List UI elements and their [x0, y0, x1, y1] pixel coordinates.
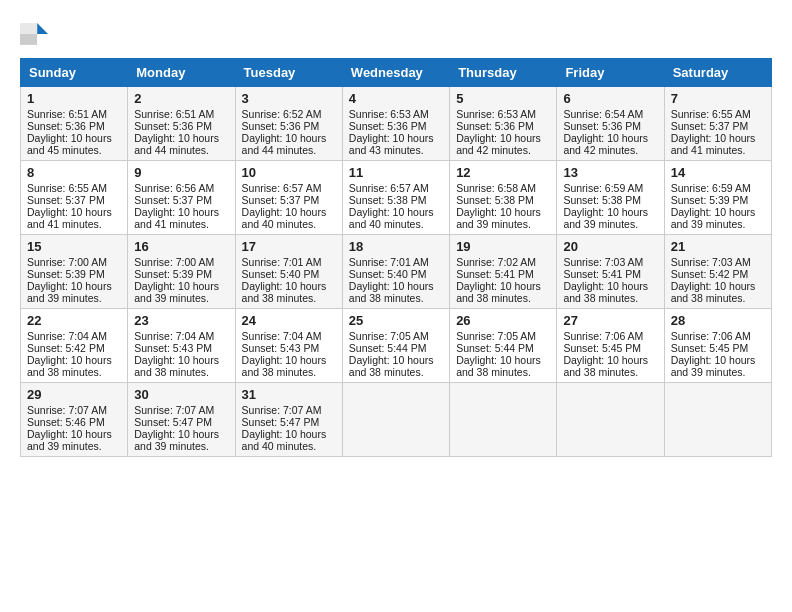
calendar-cell [664, 383, 771, 457]
day-number: 18 [349, 239, 443, 254]
day-number: 29 [27, 387, 121, 402]
day-number: 8 [27, 165, 121, 180]
day-number: 19 [456, 239, 550, 254]
calendar-cell [557, 383, 664, 457]
sunrise: Sunrise: 7:07 AM [134, 404, 228, 416]
calendar-cell: 8Sunrise: 6:55 AMSunset: 5:37 PMDaylight… [21, 161, 128, 235]
sunrise: Sunrise: 6:51 AM [27, 108, 121, 120]
daylight: Daylight: 10 hours and 40 minutes. [349, 206, 443, 230]
sunset: Sunset: 5:45 PM [563, 342, 657, 354]
sunset: Sunset: 5:37 PM [671, 120, 765, 132]
daylight: Daylight: 10 hours and 43 minutes. [349, 132, 443, 156]
day-number: 21 [671, 239, 765, 254]
sunrise: Sunrise: 7:04 AM [242, 330, 336, 342]
daylight: Daylight: 10 hours and 45 minutes. [27, 132, 121, 156]
logo [20, 20, 52, 48]
header-saturday: Saturday [664, 59, 771, 87]
svg-rect-2 [20, 23, 37, 34]
calendar-cell: 16Sunrise: 7:00 AMSunset: 5:39 PMDayligh… [128, 235, 235, 309]
day-number: 22 [27, 313, 121, 328]
calendar-cell: 1Sunrise: 6:51 AMSunset: 5:36 PMDaylight… [21, 87, 128, 161]
sunrise: Sunrise: 7:03 AM [563, 256, 657, 268]
daylight: Daylight: 10 hours and 38 minutes. [456, 280, 550, 304]
daylight: Daylight: 10 hours and 40 minutes. [242, 206, 336, 230]
header-wednesday: Wednesday [342, 59, 449, 87]
sunrise: Sunrise: 6:51 AM [134, 108, 228, 120]
daylight: Daylight: 10 hours and 38 minutes. [134, 354, 228, 378]
daylight: Daylight: 10 hours and 38 minutes. [242, 354, 336, 378]
sunset: Sunset: 5:38 PM [563, 194, 657, 206]
daylight: Daylight: 10 hours and 38 minutes. [27, 354, 121, 378]
sunset: Sunset: 5:38 PM [349, 194, 443, 206]
svg-marker-1 [37, 23, 48, 34]
day-number: 9 [134, 165, 228, 180]
day-number: 20 [563, 239, 657, 254]
week-row-2: 8Sunrise: 6:55 AMSunset: 5:37 PMDaylight… [21, 161, 772, 235]
daylight: Daylight: 10 hours and 38 minutes. [349, 354, 443, 378]
day-number: 27 [563, 313, 657, 328]
sunset: Sunset: 5:38 PM [456, 194, 550, 206]
daylight: Daylight: 10 hours and 39 minutes. [671, 354, 765, 378]
sunrise: Sunrise: 7:03 AM [671, 256, 765, 268]
daylight: Daylight: 10 hours and 38 minutes. [671, 280, 765, 304]
day-number: 12 [456, 165, 550, 180]
daylight: Daylight: 10 hours and 42 minutes. [456, 132, 550, 156]
daylight: Daylight: 10 hours and 39 minutes. [134, 280, 228, 304]
daylight: Daylight: 10 hours and 38 minutes. [563, 354, 657, 378]
sunrise: Sunrise: 7:01 AM [349, 256, 443, 268]
daylight: Daylight: 10 hours and 44 minutes. [134, 132, 228, 156]
sunset: Sunset: 5:46 PM [27, 416, 121, 428]
daylight: Daylight: 10 hours and 41 minutes. [134, 206, 228, 230]
calendar-cell: 25Sunrise: 7:05 AMSunset: 5:44 PMDayligh… [342, 309, 449, 383]
daylight: Daylight: 10 hours and 38 minutes. [563, 280, 657, 304]
sunrise: Sunrise: 6:59 AM [671, 182, 765, 194]
svg-rect-3 [20, 34, 37, 45]
daylight: Daylight: 10 hours and 39 minutes. [563, 206, 657, 230]
day-number: 5 [456, 91, 550, 106]
daylight: Daylight: 10 hours and 41 minutes. [671, 132, 765, 156]
calendar-cell: 24Sunrise: 7:04 AMSunset: 5:43 PMDayligh… [235, 309, 342, 383]
day-number: 10 [242, 165, 336, 180]
sunrise: Sunrise: 6:59 AM [563, 182, 657, 194]
sunset: Sunset: 5:36 PM [27, 120, 121, 132]
calendar-cell: 27Sunrise: 7:06 AMSunset: 5:45 PMDayligh… [557, 309, 664, 383]
sunrise: Sunrise: 7:04 AM [27, 330, 121, 342]
sunset: Sunset: 5:36 PM [456, 120, 550, 132]
daylight: Daylight: 10 hours and 38 minutes. [456, 354, 550, 378]
calendar-cell: 22Sunrise: 7:04 AMSunset: 5:42 PMDayligh… [21, 309, 128, 383]
header-tuesday: Tuesday [235, 59, 342, 87]
daylight: Daylight: 10 hours and 39 minutes. [671, 206, 765, 230]
sunrise: Sunrise: 6:58 AM [456, 182, 550, 194]
calendar-cell: 14Sunrise: 6:59 AMSunset: 5:39 PMDayligh… [664, 161, 771, 235]
sunset: Sunset: 5:45 PM [671, 342, 765, 354]
day-number: 25 [349, 313, 443, 328]
daylight: Daylight: 10 hours and 38 minutes. [349, 280, 443, 304]
sunset: Sunset: 5:36 PM [349, 120, 443, 132]
calendar-cell: 18Sunrise: 7:01 AMSunset: 5:40 PMDayligh… [342, 235, 449, 309]
calendar-cell: 6Sunrise: 6:54 AMSunset: 5:36 PMDaylight… [557, 87, 664, 161]
sunset: Sunset: 5:44 PM [349, 342, 443, 354]
sunrise: Sunrise: 7:06 AM [563, 330, 657, 342]
week-row-3: 15Sunrise: 7:00 AMSunset: 5:39 PMDayligh… [21, 235, 772, 309]
sunset: Sunset: 5:41 PM [563, 268, 657, 280]
sunset: Sunset: 5:47 PM [242, 416, 336, 428]
daylight: Daylight: 10 hours and 44 minutes. [242, 132, 336, 156]
calendar-cell: 2Sunrise: 6:51 AMSunset: 5:36 PMDaylight… [128, 87, 235, 161]
day-number: 2 [134, 91, 228, 106]
sunrise: Sunrise: 6:55 AM [671, 108, 765, 120]
calendar-cell [342, 383, 449, 457]
daylight: Daylight: 10 hours and 38 minutes. [242, 280, 336, 304]
calendar-cell: 5Sunrise: 6:53 AMSunset: 5:36 PMDaylight… [450, 87, 557, 161]
day-number: 26 [456, 313, 550, 328]
sunrise: Sunrise: 6:57 AM [242, 182, 336, 194]
sunset: Sunset: 5:37 PM [134, 194, 228, 206]
daylight: Daylight: 10 hours and 39 minutes. [27, 280, 121, 304]
calendar-cell: 11Sunrise: 6:57 AMSunset: 5:38 PMDayligh… [342, 161, 449, 235]
sunrise: Sunrise: 7:05 AM [349, 330, 443, 342]
daylight: Daylight: 10 hours and 39 minutes. [27, 428, 121, 452]
sunset: Sunset: 5:44 PM [456, 342, 550, 354]
day-number: 23 [134, 313, 228, 328]
calendar-cell: 19Sunrise: 7:02 AMSunset: 5:41 PMDayligh… [450, 235, 557, 309]
sunrise: Sunrise: 7:07 AM [27, 404, 121, 416]
week-row-5: 29Sunrise: 7:07 AMSunset: 5:46 PMDayligh… [21, 383, 772, 457]
